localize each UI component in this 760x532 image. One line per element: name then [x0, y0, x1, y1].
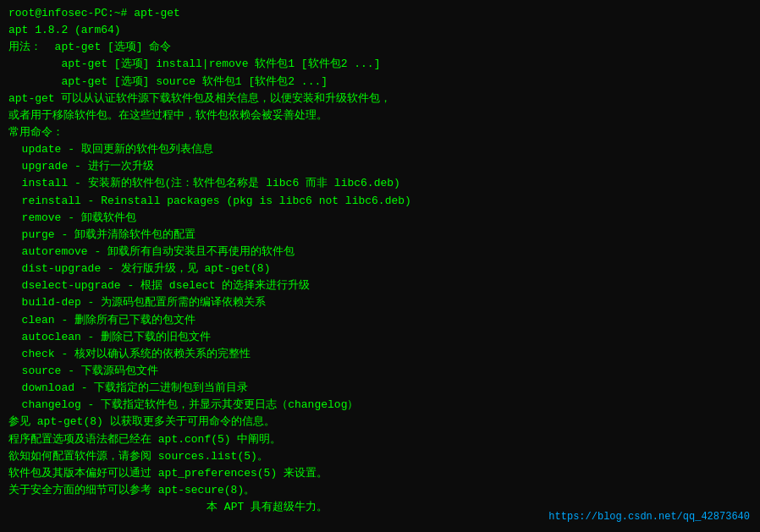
terminal-line-l21: autoclean - 删除已下载的旧包文件	[8, 329, 752, 346]
terminal-line-l16: autoremove - 卸载所有自动安装且不再使用的软件包	[8, 244, 752, 261]
terminal-line-l18: dselect-upgrade - 根据 dselect 的选择来进行升级	[8, 277, 752, 294]
terminal-line-l29: 欲知如何配置软件源，请参阅 sources.list(5)。	[8, 448, 752, 465]
terminal-line-l27: 参见 apt-get(8) 以获取更多关于可用命令的信息。	[8, 414, 752, 431]
terminal-line-l20: clean - 删除所有已下载的包文件	[8, 312, 752, 329]
terminal-line-l15: purge - 卸载并清除软件包的配置	[8, 227, 752, 244]
terminal-line-l28: 程序配置选项及语法都已经在 apt.conf(5) 中阐明。	[8, 431, 752, 448]
terminal-window: root@infosec-PC:~# apt-get apt 1.8.2 (ar…	[0, 0, 760, 532]
terminal-line-l3: apt-get [选项] install|remove 软件包1 [软件包2 .…	[8, 56, 752, 73]
terminal-line-l2: 用法： apt-get [选项] 命令	[8, 39, 752, 56]
terminal-line-l31: 关于安全方面的细节可以参考 apt-secure(8)。	[8, 482, 752, 499]
terminal-line-l30: 软件包及其版本偏好可以通过 apt_preferences(5) 来设置。	[8, 465, 752, 482]
terminal-line-l9: 常用命令：	[8, 124, 752, 141]
terminal-line-l13: reinstall - Reinstall packages (pkg is l…	[8, 193, 752, 210]
terminal-line-l24: download - 下载指定的二进制包到当前目录	[8, 380, 752, 397]
terminal-line-l7: 或者用于移除软件包。在这些过程中，软件包依赖会被妥善处理。	[8, 107, 752, 124]
terminal-line-l4: apt-get [选项] source 软件包1 [软件包2 ...]	[8, 74, 752, 90]
terminal-line-l14: remove - 卸载软件包	[8, 210, 752, 227]
prompt-line: root@infosec-PC:~# apt-get	[8, 5, 752, 22]
terminal-line-l10: update - 取回更新的软件包列表信息	[8, 141, 752, 158]
terminal-line-l6: apt-get 可以从认证软件源下载软件包及相关信息，以便安装和升级软件包，	[8, 90, 752, 107]
terminal-line-l11: upgrade - 进行一次升级	[8, 158, 752, 175]
terminal-line-l19: build-dep - 为源码包配置所需的编译依赖关系	[8, 294, 752, 311]
terminal-line-l23: source - 下载源码包文件	[8, 363, 752, 380]
terminal-line-l22: check - 核对以确认系统的依赖关系的完整性	[8, 346, 752, 363]
blog-link[interactable]: https://blog.csdn.net/qq_42873640	[548, 509, 750, 525]
terminal-line-l1: apt 1.8.2 (arm64)	[8, 22, 752, 39]
terminal-line-l25: changelog - 下载指定软件包，并显示其变更日志（changelog）	[8, 397, 752, 414]
terminal-line-l12: install - 安装新的软件包(注：软件包名称是 libc6 而非 libc…	[8, 175, 752, 192]
terminal-line-l17: dist-upgrade - 发行版升级，见 apt-get(8)	[8, 261, 752, 277]
